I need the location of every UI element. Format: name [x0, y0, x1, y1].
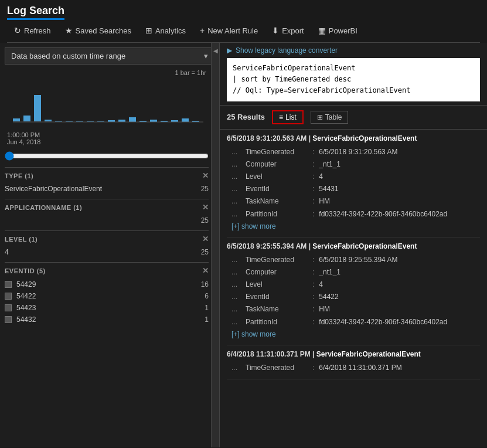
result-field-0-3: ... EventId : 54431 — [227, 183, 480, 195]
results-list: 6/5/2018 9:31:20.563 AM | ServiceFabricO… — [220, 130, 487, 447]
svg-rect-2 — [34, 95, 41, 121]
new-alert-rule-button[interactable]: + New Alert Rule — [193, 23, 265, 38]
result-timestamp-0: 6/5/2018 9:31:20.563 AM | — [227, 134, 312, 142]
eventid-checkbox-2[interactable] — [5, 304, 12, 311]
expand-icon[interactable]: ... — [231, 209, 243, 220]
result-item-2: 6/4/2018 11:31:00.371 PM | ServiceFabric… — [227, 345, 480, 379]
eventid-count-3: 1 — [205, 315, 209, 324]
eventid-count-2: 1 — [205, 304, 209, 312]
expand-icon[interactable]: ... — [231, 159, 243, 170]
chevron-down-icon: ▾ — [204, 52, 208, 60]
chart-area: 1 bar = 1hr — [5, 67, 209, 148]
level-filter-header: LEVEL (1) ✕ — [5, 235, 209, 243]
table-view-label: Table — [325, 113, 342, 121]
expand-icon[interactable]: ... — [231, 362, 243, 374]
analytics-button[interactable]: ⊞ Analytics — [138, 23, 193, 38]
time-range-label: Data based on custom time range — [11, 52, 125, 60]
expand-icon[interactable]: ... — [231, 254, 243, 266]
powerbi-icon: ▦ — [318, 26, 326, 35]
export-button[interactable]: ⬇ Export — [265, 23, 311, 38]
toolbar: ↻ Refresh ★ Saved Searches ⊞ Analytics +… — [7, 23, 480, 43]
expand-icon[interactable]: ... — [231, 317, 243, 328]
appname-filter-header: APPLICATIONNAME (1) ✕ — [5, 203, 209, 212]
query-line-1: ServiceFabricOperationalEvent — [233, 63, 474, 74]
legacy-toggle[interactable]: ▶ Show legacy language converter — [227, 46, 480, 55]
result-header-0: 6/5/2018 9:31:20.563 AM | ServiceFabricO… — [227, 134, 480, 142]
eventid-checkbox-1[interactable] — [5, 293, 12, 300]
level-filter-close[interactable]: ✕ — [202, 235, 209, 243]
type-filter-value: ServiceFabricOperationalEvent — [5, 185, 102, 193]
query-line-2: | sort by TimeGenerated desc — [233, 74, 474, 85]
eventid-row-0: 54429 16 — [5, 279, 209, 290]
right-panel: ▶ Show legacy language converter Service… — [220, 43, 487, 447]
svg-rect-13 — [150, 120, 157, 122]
result-field-1-2: ... Level : 4 — [227, 279, 480, 291]
show-more-0[interactable]: [+] show more — [227, 220, 281, 232]
level-filter-value: 4 — [5, 248, 9, 256]
svg-rect-0 — [13, 118, 20, 121]
header: Log Search ↻ Refresh ★ Saved Searches ⊞ … — [0, 0, 487, 43]
appname-filter-label: APPLICATIONNAME (1) — [5, 204, 82, 211]
result-field-1-0: ... TimeGenerated : 6/5/2018 9:25:55.394… — [227, 254, 480, 266]
expand-icon[interactable]: ... — [231, 291, 243, 303]
expand-icon[interactable]: ... — [231, 267, 243, 278]
eventid-value-1: 54422 — [16, 292, 36, 300]
result-eventtype-0: ServiceFabricOperationalEvent — [312, 134, 417, 142]
panel-collapse-handle[interactable]: ◀ — [211, 43, 219, 447]
eventid-checkbox-3[interactable] — [5, 316, 12, 323]
left-panel: Data based on custom time range ▾ 1 bar … — [0, 43, 220, 447]
time-slider-container — [5, 151, 209, 162]
result-field-2-0: ... TimeGenerated : 6/4/2018 11:31:00.37… — [227, 362, 480, 374]
result-item-1: 6/5/2018 9:25:55.394 AM | ServiceFabricO… — [227, 237, 480, 345]
result-field-1-3: ... EventId : 54422 — [227, 291, 480, 303]
show-more-1[interactable]: [+] show more — [227, 328, 281, 340]
star-icon: ★ — [65, 26, 73, 35]
eventid-filter-close[interactable]: ✕ — [202, 266, 209, 275]
eventid-count-0: 16 — [201, 280, 209, 289]
eventid-value-2: 54423 — [16, 304, 36, 312]
time-range-selector[interactable]: Data based on custom time range ▾ — [5, 47, 214, 65]
type-filter-row: ServiceFabricOperationalEvent 25 — [5, 184, 209, 194]
title-bar: Log Search — [7, 5, 480, 20]
result-timestamp-1: 6/5/2018 9:25:55.394 AM | — [227, 242, 312, 250]
table-view-button[interactable]: ⊞ Table — [311, 111, 349, 124]
eventid-count-1: 6 — [205, 292, 209, 300]
eventid-checkbox-0[interactable] — [5, 281, 12, 288]
list-view-label: List — [285, 113, 297, 121]
main-layout: Data based on custom time range ▾ 1 bar … — [0, 43, 487, 447]
result-header-2: 6/4/2018 11:31:00.371 PM | ServiceFabric… — [227, 350, 480, 358]
query-area: ▶ Show legacy language converter Service… — [220, 43, 487, 106]
eventid-row-1: 54422 6 — [5, 290, 209, 302]
expand-icon[interactable]: ... — [231, 304, 243, 315]
results-count: 25 Results — [227, 113, 265, 121]
powerbi-button[interactable]: ▦ PowerBI — [311, 23, 365, 38]
saved-searches-button[interactable]: ★ Saved Searches — [58, 23, 138, 38]
svg-rect-10 — [118, 120, 125, 122]
svg-rect-3 — [45, 120, 52, 121]
eventid-row-3: 54432 1 — [5, 314, 209, 325]
type-filter-close[interactable]: ✕ — [202, 171, 209, 180]
result-field-0-2: ... Level : 4 — [227, 171, 480, 183]
eventid-filter-header: EVENTID (5) ✕ — [5, 266, 209, 275]
eventid-row-2: 54423 1 — [5, 302, 209, 314]
expand-icon[interactable]: ... — [231, 171, 243, 182]
level-filter-section: LEVEL (1) ✕ 4 25 — [5, 230, 209, 257]
type-filter-count: 25 — [201, 185, 209, 193]
list-view-button[interactable]: ≡ List — [272, 110, 304, 124]
expand-icon[interactable]: ... — [231, 196, 243, 207]
appname-filter-section: APPLICATIONNAME (1) ✕ 25 — [5, 199, 209, 226]
appname-filter-count: 25 — [201, 216, 209, 225]
list-icon: ≡ — [279, 113, 283, 121]
level-filter-count: 25 — [201, 248, 209, 256]
result-timestamp-2: 6/4/2018 11:31:00.371 PM | — [227, 350, 316, 358]
expand-icon[interactable]: ... — [231, 184, 243, 195]
appname-filter-close[interactable]: ✕ — [202, 203, 209, 212]
query-box[interactable]: ServiceFabricOperationalEvent | sort by … — [227, 58, 480, 101]
time-slider[interactable] — [5, 151, 209, 161]
type-filter-section: TYPE (1) ✕ ServiceFabricOperationalEvent… — [5, 167, 209, 194]
refresh-button[interactable]: ↻ Refresh — [7, 23, 58, 38]
result-eventtype-2: ServiceFabricOperationalEvent — [316, 350, 421, 358]
expand-icon[interactable]: ... — [231, 147, 243, 158]
svg-rect-1 — [23, 116, 30, 121]
expand-icon[interactable]: ... — [231, 279, 243, 290]
